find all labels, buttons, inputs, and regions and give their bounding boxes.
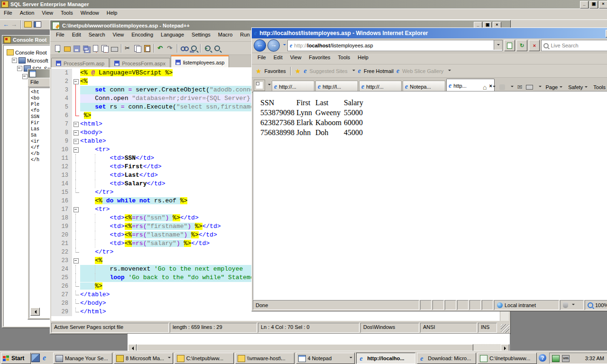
add-favorite-icon[interactable]: ★ xyxy=(295,68,301,74)
ie-menu-item[interactable]: Favorites xyxy=(305,53,334,62)
taskbar-button[interactable]: 4 Notepad xyxy=(296,353,355,364)
command-bar-button[interactable]: Safety xyxy=(568,84,588,90)
home-dropdown-icon[interactable] xyxy=(493,86,496,89)
npp-menu-item[interactable]: Search xyxy=(85,30,109,39)
mmc-menu-item[interactable]: Tools xyxy=(57,9,77,17)
notepad-menu-file[interactable]: File xyxy=(30,79,39,85)
close-button[interactable]: × xyxy=(599,1,607,9)
taskbar-button[interactable]: http://localho... xyxy=(356,353,415,364)
start-button[interactable]: Start xyxy=(1,353,31,364)
fold-collapse-icon[interactable] xyxy=(72,77,80,86)
feeds-dropdown-icon[interactable] xyxy=(511,86,514,89)
close-file-icon[interactable]: - xyxy=(91,44,100,53)
fold-collapse-icon[interactable] xyxy=(72,120,80,128)
replace-icon[interactable]: ab xyxy=(189,44,198,53)
command-bar-button[interactable]: Tools xyxy=(593,84,607,90)
home-icon[interactable]: ⌂ xyxy=(483,84,487,91)
free-hotmail-button[interactable]: Free Hotmail xyxy=(364,68,394,74)
address-dropdown-icon[interactable] xyxy=(494,40,502,50)
show-desktop-icon[interactable] xyxy=(31,354,40,362)
scroll-left-icon[interactable] xyxy=(30,308,40,316)
taskbar-button[interactable]: C:\Inetpub\ww... xyxy=(175,353,234,364)
fold-collapse-icon[interactable] xyxy=(72,205,80,214)
taskbar-button[interactable]: C:\Inetpub\www... xyxy=(478,353,537,364)
favorites-button[interactable]: Favorites xyxy=(265,68,286,74)
npp-tab[interactable]: listemployees.asp xyxy=(171,55,229,68)
tree-item[interactable]: Microsoft S xyxy=(4,56,50,64)
fold-collapse-icon[interactable] xyxy=(72,256,80,265)
ie-menu-item[interactable]: Tools xyxy=(334,53,354,62)
npp-tab[interactable]: ProcessForm.asp xyxy=(51,58,109,68)
quick-tabs-icon[interactable] xyxy=(254,80,265,91)
mmc-menu-item[interactable]: Window xyxy=(77,9,103,17)
minimize-button[interactable]: _ xyxy=(580,1,589,9)
taskbar-button[interactable]: Download: Micro... xyxy=(417,353,476,364)
address-bar[interactable]: e http://localhost/listemployees.asp xyxy=(287,40,503,51)
read-mail-icon[interactable]: ✉ xyxy=(517,83,523,91)
fold-collapse-icon[interactable] xyxy=(72,128,80,137)
ie-menu-item[interactable]: Edit xyxy=(270,53,286,62)
back-icon[interactable]: ← xyxy=(3,21,9,28)
save-all-icon[interactable] xyxy=(82,44,90,53)
ie-menu-item[interactable]: File xyxy=(254,53,270,62)
copy-icon[interactable] xyxy=(133,44,142,53)
zoom-in-icon[interactable]: + xyxy=(203,44,212,53)
npp-menu-item[interactable]: Encoding xyxy=(128,30,157,39)
zoom-control[interactable]: 100% xyxy=(585,300,607,310)
mmc-menu-item[interactable]: File xyxy=(0,9,16,17)
ie-menu-item[interactable]: Help xyxy=(354,53,372,62)
collapse-icon[interactable] xyxy=(22,74,28,79)
print-dropdown-icon[interactable] xyxy=(539,86,542,89)
mmc-menu-item[interactable]: View xyxy=(38,9,57,17)
help-icon[interactable]: ? xyxy=(539,354,546,362)
mmc-menu-item[interactable]: Help xyxy=(103,9,121,17)
npp-menu-item[interactable]: View xyxy=(109,30,128,39)
taskbar-button[interactable]: Manage Your Se... xyxy=(53,353,112,364)
scrollbar-track[interactable] xyxy=(473,344,501,351)
new-file-icon[interactable]: + xyxy=(53,44,62,53)
open-file-icon[interactable] xyxy=(63,44,71,53)
notepad-text-area[interactable]: <ht<boPle<foSSNFirLasSa<ir</f</b</h xyxy=(29,88,50,318)
tree-item[interactable]: Console Root xyxy=(4,48,50,56)
fold-collapse-icon[interactable] xyxy=(72,146,80,154)
zoom-out-icon[interactable]: - xyxy=(212,44,221,53)
resize-grip[interactable] xyxy=(501,324,509,333)
compatibility-view-icon[interactable] xyxy=(504,40,515,51)
forward-icon[interactable]: → xyxy=(267,39,280,52)
ie-menu-item[interactable]: View xyxy=(286,53,305,62)
recent-pages-icon[interactable] xyxy=(283,44,286,47)
find-icon[interactable] xyxy=(180,44,188,53)
print-icon[interactable] xyxy=(526,85,533,90)
close-all-icon[interactable]: - xyxy=(101,44,109,53)
undo-icon[interactable]: ↶ xyxy=(156,44,165,53)
up-folder-icon[interactable] xyxy=(24,21,32,27)
web-slice-gallery-button[interactable]: Web Slice Gallery xyxy=(402,68,443,74)
refresh-icon[interactable]: ↻ xyxy=(516,40,527,51)
show-console-tree-icon[interactable] xyxy=(34,21,41,27)
forward-icon[interactable]: → xyxy=(11,21,17,28)
restore-button[interactable]: ▣ xyxy=(589,1,598,9)
npp-menu-item[interactable]: Macro xyxy=(214,30,237,39)
collapse-icon[interactable] xyxy=(12,58,17,63)
vm-tray-icon[interactable]: vm xyxy=(562,355,570,362)
npp-menu-item[interactable]: Edit xyxy=(68,30,85,39)
suggested-sites-button[interactable]: Suggested Sites xyxy=(310,68,348,74)
npp-menu-item[interactable]: File xyxy=(52,30,68,39)
ie-page-content[interactable]: SSNFirstLastSalary553879098LynnGweeny550… xyxy=(253,91,607,300)
stop-icon[interactable]: × xyxy=(529,40,540,51)
feeds-icon[interactable] xyxy=(499,84,505,90)
collapse-icon[interactable] xyxy=(17,66,22,71)
paste-icon[interactable] xyxy=(143,44,151,53)
tray-status-icon[interactable] xyxy=(552,355,560,362)
back-icon[interactable]: ← xyxy=(254,39,266,52)
cut-icon[interactable]: ✂ xyxy=(124,44,132,53)
redo-icon[interactable]: ↷ xyxy=(166,44,175,53)
search-input[interactable]: Live Search xyxy=(541,40,607,51)
npp-tab[interactable]: ProcessForm.aspx xyxy=(110,58,170,68)
ie-quick-launch-icon[interactable]: e xyxy=(43,355,46,361)
tab-list-icon[interactable] xyxy=(268,84,271,87)
fold-collapse-icon[interactable] xyxy=(72,137,80,146)
horizontal-scrollbar[interactable] xyxy=(128,344,509,351)
print-icon[interactable] xyxy=(110,44,119,53)
taskbar-button[interactable]: 8 Microsoft Ma... xyxy=(114,353,173,364)
